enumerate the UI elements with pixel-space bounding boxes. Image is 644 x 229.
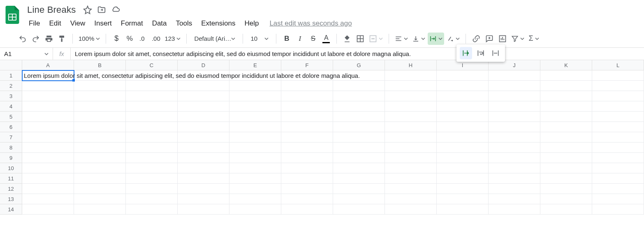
cell[interactable] xyxy=(540,143,592,153)
cell[interactable] xyxy=(178,91,229,101)
cell[interactable] xyxy=(229,81,281,91)
menu-data[interactable]: Data xyxy=(148,18,171,29)
cell[interactable] xyxy=(489,153,540,163)
cell[interactable] xyxy=(126,132,178,143)
cell[interactable] xyxy=(489,101,540,112)
cell[interactable] xyxy=(229,143,281,153)
cell[interactable] xyxy=(437,112,489,122)
cell[interactable] xyxy=(281,184,333,194)
cell[interactable] xyxy=(437,194,489,204)
cell[interactable] xyxy=(126,163,178,173)
cell[interactable] xyxy=(178,173,229,184)
cell[interactable] xyxy=(74,132,126,143)
menu-extensions[interactable]: Extensions xyxy=(197,18,239,29)
redo-button[interactable] xyxy=(30,33,42,45)
decrease-decimal-button[interactable]: .0 xyxy=(137,33,149,45)
cell[interactable] xyxy=(333,184,385,194)
row-header[interactable]: 7 xyxy=(0,132,22,143)
percent-button[interactable]: % xyxy=(123,33,136,45)
cell[interactable] xyxy=(437,132,489,143)
cell[interactable] xyxy=(178,204,229,215)
cell[interactable] xyxy=(437,122,489,132)
wrap-clip-button[interactable] xyxy=(489,47,502,59)
row-header[interactable]: 2 xyxy=(0,81,22,91)
select-all-corner[interactable] xyxy=(0,60,22,70)
cell[interactable] xyxy=(22,184,74,194)
cell[interactable] xyxy=(74,153,126,163)
cell[interactable] xyxy=(540,91,592,101)
document-title[interactable]: Line Breaks xyxy=(25,5,78,15)
cell[interactable] xyxy=(540,153,592,163)
cell[interactable] xyxy=(385,194,437,204)
cell[interactable] xyxy=(281,91,333,101)
cell[interactable] xyxy=(333,173,385,184)
cell[interactable] xyxy=(385,184,437,194)
cell[interactable] xyxy=(178,101,229,112)
font-size-dropdown[interactable]: 10 xyxy=(247,33,272,45)
cell[interactable] xyxy=(178,112,229,122)
cell[interactable] xyxy=(437,101,489,112)
cell[interactable] xyxy=(178,184,229,194)
fill-color-button[interactable] xyxy=(341,33,353,45)
cell[interactable] xyxy=(126,70,178,81)
cloud-status-icon[interactable] xyxy=(111,5,120,14)
cell[interactable] xyxy=(229,101,281,112)
cell[interactable] xyxy=(592,132,644,143)
row-header[interactable]: 13 xyxy=(0,194,22,204)
cell[interactable] xyxy=(22,122,74,132)
cell[interactable] xyxy=(592,143,644,153)
cell[interactable] xyxy=(126,184,178,194)
strikethrough-button[interactable]: S xyxy=(307,33,319,45)
app-logo[interactable] xyxy=(0,3,25,24)
cell[interactable] xyxy=(540,204,592,215)
menu-edit[interactable]: Edit xyxy=(45,18,65,29)
cell[interactable] xyxy=(489,70,540,81)
cell[interactable] xyxy=(229,204,281,215)
cell[interactable] xyxy=(126,122,178,132)
cell[interactable] xyxy=(385,153,437,163)
cell[interactable] xyxy=(281,143,333,153)
borders-button[interactable] xyxy=(354,33,366,45)
cell[interactable] xyxy=(333,112,385,122)
cell[interactable] xyxy=(22,91,74,101)
col-header[interactable]: H xyxy=(385,60,437,70)
text-rotation-button[interactable] xyxy=(445,33,461,45)
cell[interactable] xyxy=(22,173,74,184)
col-header[interactable]: E xyxy=(229,60,281,70)
horizontal-align-button[interactable] xyxy=(393,33,410,45)
cell[interactable] xyxy=(592,184,644,194)
cell[interactable] xyxy=(229,184,281,194)
cell[interactable] xyxy=(333,132,385,143)
cell[interactable] xyxy=(489,173,540,184)
cell[interactable] xyxy=(126,143,178,153)
row-header[interactable]: 5 xyxy=(0,112,22,122)
cell[interactable] xyxy=(437,204,489,215)
move-to-folder-icon[interactable] xyxy=(97,5,106,14)
cell[interactable] xyxy=(385,143,437,153)
cell[interactable] xyxy=(22,101,74,112)
cell[interactable] xyxy=(540,163,592,173)
cell[interactable] xyxy=(592,112,644,122)
row-header[interactable]: 9 xyxy=(0,153,22,163)
cell[interactable] xyxy=(333,101,385,112)
row-header[interactable]: 6 xyxy=(0,122,22,132)
row-header[interactable]: 3 xyxy=(0,91,22,101)
cell[interactable] xyxy=(437,70,489,81)
cell[interactable] xyxy=(22,194,74,204)
cell[interactable] xyxy=(126,91,178,101)
cell[interactable] xyxy=(22,132,74,143)
menu-tools[interactable]: Tools xyxy=(172,18,197,29)
cell[interactable] xyxy=(489,194,540,204)
cell[interactable] xyxy=(385,112,437,122)
cell[interactable] xyxy=(281,132,333,143)
cell[interactable] xyxy=(22,153,74,163)
star-icon[interactable] xyxy=(83,5,92,14)
cell[interactable] xyxy=(385,81,437,91)
row-header[interactable]: 12 xyxy=(0,184,22,194)
cell[interactable] xyxy=(229,132,281,143)
insert-comment-button[interactable] xyxy=(483,33,496,45)
cell[interactable] xyxy=(385,204,437,215)
cell[interactable] xyxy=(74,194,126,204)
cell[interactable] xyxy=(281,70,333,81)
cell[interactable] xyxy=(74,70,126,81)
